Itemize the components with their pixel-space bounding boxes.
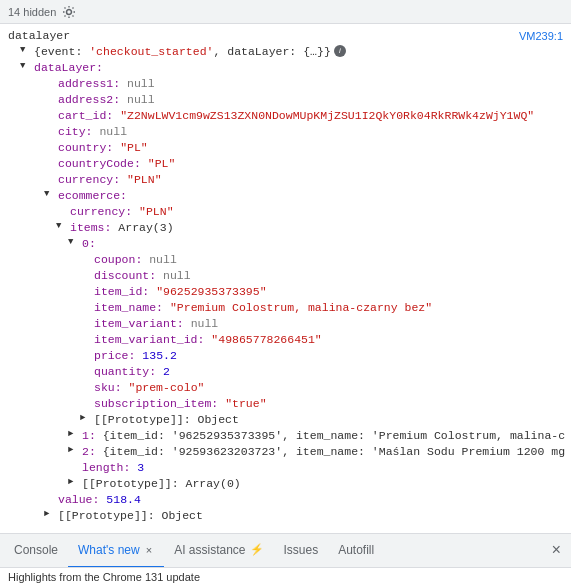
discount-line: discount: null bbox=[0, 268, 571, 284]
sku-line: sku: "prem-colo" bbox=[0, 380, 571, 396]
devtools-close-button[interactable]: × bbox=[545, 542, 567, 560]
item-variant-line: item_variant: null bbox=[0, 316, 571, 332]
item-name-key: item_name: bbox=[94, 301, 163, 314]
hidden-count: 14 hidden bbox=[8, 6, 56, 18]
tab-whatsnew-label: What's new bbox=[78, 543, 140, 557]
expand-item2[interactable] bbox=[68, 445, 80, 455]
currency-inner-line: currency: "PLN" bbox=[0, 204, 571, 220]
sku-key: sku: bbox=[94, 381, 122, 394]
coupon-line: coupon: null bbox=[0, 252, 571, 268]
value-key: value: bbox=[58, 493, 99, 506]
item-id-val: "96252935373395" bbox=[156, 285, 266, 298]
source-link[interactable]: VM239:1 bbox=[519, 28, 571, 42]
event-text: {event: 'checkout_started', dataLayer: {… bbox=[34, 45, 331, 58]
ai-icon: ⚡ bbox=[250, 543, 264, 556]
expand-event[interactable] bbox=[20, 45, 32, 55]
item-variant-val: null bbox=[191, 317, 219, 330]
country-key: country: bbox=[58, 141, 113, 154]
devtools-content: VM239:1 datalayer {event: 'checkout_star… bbox=[0, 24, 571, 533]
tab-ai-label: AI assistance bbox=[174, 543, 245, 557]
cart-id-val: "Z2NwLWV1cm9wZS13ZXN0NDowMUpKMjZSU1I2QkY… bbox=[120, 109, 534, 122]
prototype2-line: [[Prototype]]: Array(0) bbox=[0, 476, 571, 492]
expand-proto3[interactable] bbox=[44, 509, 56, 519]
coupon-val: null bbox=[149, 253, 177, 266]
sku-val: "prem-colo" bbox=[129, 381, 205, 394]
tab-whatsnew-close[interactable]: × bbox=[144, 543, 154, 557]
quantity-line: quantity: 2 bbox=[0, 364, 571, 380]
subscription-val: "true" bbox=[225, 397, 266, 410]
discount-val: null bbox=[163, 269, 191, 282]
countrycode-key: countryCode: bbox=[58, 157, 141, 170]
expand-proto2[interactable] bbox=[68, 477, 80, 487]
address1-key: address1: bbox=[58, 77, 120, 90]
status-bar: Highlights from the Chrome 131 update bbox=[0, 567, 571, 587]
expand-proto1[interactable] bbox=[80, 413, 92, 423]
price-val: 135.2 bbox=[142, 349, 177, 362]
svg-point-0 bbox=[67, 9, 72, 14]
price-key: price: bbox=[94, 349, 135, 362]
item1-preview: {item_id: '96252935373395', item_name: '… bbox=[103, 429, 565, 442]
ecommerce-line: ecommerce: bbox=[0, 188, 571, 204]
address1-val: null bbox=[127, 77, 155, 90]
status-text: Highlights from the Chrome 131 update bbox=[8, 571, 200, 583]
length-line: length: 3 bbox=[0, 460, 571, 476]
item-id-key: item_id: bbox=[94, 285, 149, 298]
tab-ai-assistance[interactable]: AI assistance ⚡ bbox=[164, 534, 273, 568]
prototype2-text: [[Prototype]]: Array(0) bbox=[82, 477, 241, 490]
datalayer-key-text: dataLayer: bbox=[34, 61, 103, 74]
cart-id-key: cart_id: bbox=[58, 109, 113, 122]
tab-issues-label: Issues bbox=[284, 543, 319, 557]
item-2-line: 2: {item_id: '92593623203723', item_name… bbox=[0, 444, 571, 460]
city-line: city: null bbox=[0, 124, 571, 140]
item2-preview: {item_id: '92593623203723', item_name: '… bbox=[103, 445, 565, 458]
expand-datalayer[interactable] bbox=[20, 61, 32, 71]
item-variant-id-val: "49865778266451" bbox=[211, 333, 321, 346]
tab-autofill[interactable]: Autofill bbox=[328, 534, 384, 568]
event-line: {event: 'checkout_started', dataLayer: {… bbox=[0, 44, 571, 60]
items-line: items: Array(3) bbox=[0, 220, 571, 236]
item0-key: 0: bbox=[82, 237, 96, 250]
address2-line: address2: null bbox=[0, 92, 571, 108]
tab-console[interactable]: Console bbox=[4, 534, 68, 568]
subscription-line: subscription_item: "true" bbox=[0, 396, 571, 412]
prototype1-text: [[Prototype]]: Object bbox=[94, 413, 239, 426]
gear-icon[interactable] bbox=[62, 5, 76, 19]
datalayer-key: dataLayer: bbox=[0, 60, 571, 76]
prototype3-line: [[Prototype]]: Object bbox=[0, 508, 571, 524]
currency-root-line: currency: "PLN" bbox=[0, 172, 571, 188]
tab-autofill-label: Autofill bbox=[338, 543, 374, 557]
ecommerce-key: ecommerce: bbox=[58, 189, 127, 202]
expand-ecommerce[interactable] bbox=[44, 189, 56, 199]
country-line: country: "PL" bbox=[0, 140, 571, 156]
item-variant-id-key: item_variant_id: bbox=[94, 333, 204, 346]
currency-root-val: "PLN" bbox=[127, 173, 162, 186]
item-variant-key: item_variant: bbox=[94, 317, 184, 330]
tree-root-label: datalayer bbox=[0, 28, 519, 44]
country-val: "PL" bbox=[120, 141, 148, 154]
expand-item1[interactable] bbox=[68, 429, 80, 439]
expand-item0[interactable] bbox=[68, 237, 80, 247]
top-bar: 14 hidden bbox=[0, 0, 571, 24]
item-1-line: 1: {item_id: '96252935373395', item_name… bbox=[0, 428, 571, 444]
tab-whatsnew[interactable]: What's new × bbox=[68, 534, 164, 568]
tab-issues[interactable]: Issues bbox=[274, 534, 329, 568]
item-name-line: item_name: "Premium Colostrum, malina-cz… bbox=[0, 300, 571, 316]
bottom-tabs-bar: Console What's new × AI assistance ⚡ Iss… bbox=[0, 533, 571, 567]
info-icon[interactable]: i bbox=[334, 45, 346, 57]
address2-val: null bbox=[127, 93, 155, 106]
address1-line: address1: null bbox=[0, 76, 571, 92]
length-val: 3 bbox=[137, 461, 144, 474]
items-val: Array(3) bbox=[118, 221, 173, 234]
tab-console-label: Console bbox=[14, 543, 58, 557]
prototype1-line: [[Prototype]]: Object bbox=[0, 412, 571, 428]
expand-items[interactable] bbox=[56, 221, 68, 231]
prototype3-text: [[Prototype]]: Object bbox=[58, 509, 203, 522]
address2-key: address2: bbox=[58, 93, 120, 106]
value-val: 518.4 bbox=[106, 493, 141, 506]
currency-root-key: currency: bbox=[58, 173, 120, 186]
currency-inner-val: "PLN" bbox=[139, 205, 174, 218]
item-variant-id-line: item_variant_id: "49865778266451" bbox=[0, 332, 571, 348]
subscription-key: subscription_item: bbox=[94, 397, 218, 410]
value-line: value: 518.4 bbox=[0, 492, 571, 508]
countrycode-val: "PL" bbox=[148, 157, 176, 170]
